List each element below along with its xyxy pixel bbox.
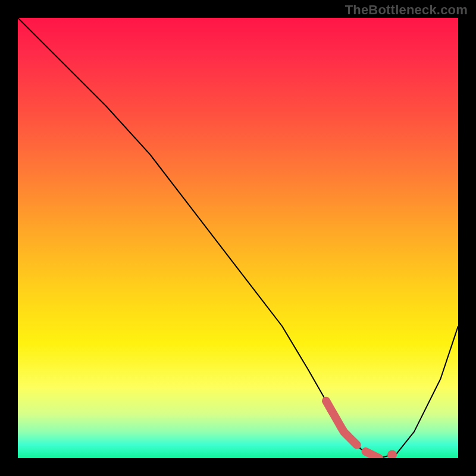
chart-frame: TheBottleneck.com <box>0 0 476 476</box>
watermark-text: TheBottleneck.com <box>345 2 468 18</box>
plot-area <box>18 18 458 458</box>
curve-line <box>18 18 458 458</box>
curve-accent-dash <box>366 452 379 458</box>
bottleneck-curve <box>18 18 458 458</box>
curve-accent <box>326 401 357 445</box>
curve-accent-dot <box>387 450 397 459</box>
